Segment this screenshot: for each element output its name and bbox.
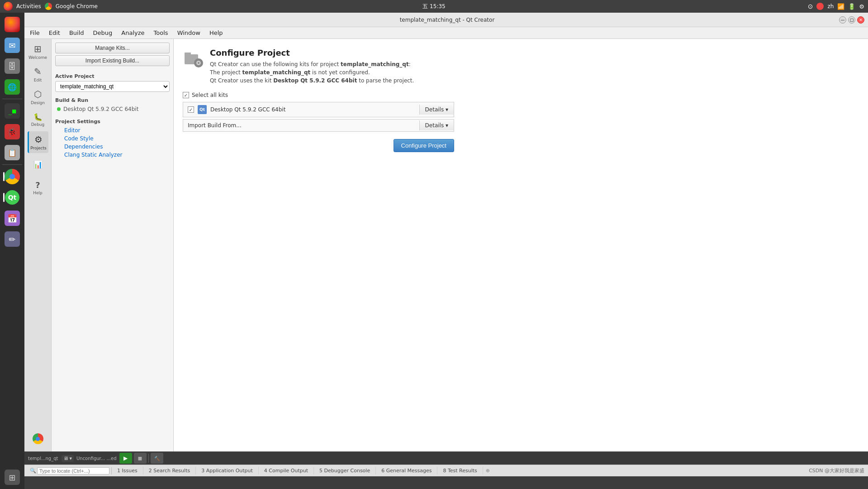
menu-edit[interactable]: Edit bbox=[45, 29, 64, 37]
mode-analyze[interactable]: 📊 bbox=[28, 154, 48, 176]
mode-design[interactable]: ⬡ Design bbox=[28, 86, 48, 108]
projects-app-icon: 📋 bbox=[5, 145, 20, 160]
menu-window[interactable]: Window bbox=[174, 29, 204, 37]
tab-debugger-console[interactable]: 5 Debugger Console bbox=[314, 467, 376, 475]
kit-icon-desktop: Qt bbox=[198, 105, 207, 114]
kit-main-import: Import Build From... bbox=[183, 120, 419, 131]
kit-dropdown-arrow: ▾ bbox=[69, 455, 72, 461]
system-bar-right: ⊙ zh 📶 🔋 ⚙ bbox=[808, 3, 864, 10]
settings-code-style[interactable]: Code Style bbox=[55, 134, 170, 143]
run-button[interactable]: ▶ bbox=[119, 453, 132, 464]
manage-kits-button[interactable]: Manage Kits... bbox=[55, 43, 170, 53]
calendar-app-icon: 📅 bbox=[5, 211, 20, 226]
menu-file[interactable]: File bbox=[26, 29, 43, 37]
chrome-taskbar-icon[interactable] bbox=[45, 3, 52, 10]
terminal-app-icon: _■ bbox=[5, 103, 20, 119]
tab-test-results[interactable]: 8 Test Results bbox=[437, 467, 483, 475]
taskbar-files[interactable]: 🗄 bbox=[2, 56, 22, 76]
taskbar-calendar[interactable]: 📅 bbox=[2, 208, 22, 228]
settings-clang[interactable]: Clang Static Analyzer bbox=[55, 151, 170, 159]
svg-point-4 bbox=[198, 62, 199, 64]
settings-editor[interactable]: Editor bbox=[55, 126, 170, 134]
kit-name-desktop: Desktop Qt 5.9.2 GCC 64bit bbox=[210, 106, 285, 113]
taskbar-texteditor[interactable]: ✏ bbox=[2, 229, 22, 249]
settings-dependencies[interactable]: Dependencies bbox=[55, 143, 170, 151]
desc-project-bold: template_matching_qt bbox=[341, 61, 409, 67]
lang-indicator[interactable]: zh bbox=[827, 3, 834, 10]
configure-desc-line2: The project template_matching_qt is not … bbox=[210, 68, 414, 77]
active-kit-indicator bbox=[57, 107, 61, 111]
run-kit-name: Unconfigur... ...ed bbox=[76, 456, 117, 461]
kit-display-icon: 🖥 bbox=[63, 455, 68, 461]
import-build-button[interactable]: Import Existing Build... bbox=[55, 55, 170, 66]
taskbar-debugger[interactable]: 🐞 bbox=[2, 122, 22, 142]
firefox-app-icon bbox=[5, 17, 20, 32]
more-tabs-button[interactable]: ⊕ bbox=[483, 467, 493, 475]
stop-button[interactable]: ◼ bbox=[134, 453, 147, 464]
qtcreator-app-icon: Qt bbox=[5, 190, 19, 205]
projects-mode-icon: ⚙ bbox=[34, 134, 43, 145]
kit-main-desktop: Qt Desktop Qt 5.9.2 GCC 64bit bbox=[183, 102, 419, 117]
kit-details-button-desktop[interactable]: Details ▾ bbox=[419, 105, 454, 115]
taskbar-qtcreator[interactable]: Qt bbox=[2, 187, 22, 207]
hammer-button[interactable]: 🔨 bbox=[151, 453, 163, 464]
help-mode-label: Help bbox=[33, 191, 43, 195]
select-all-row[interactable]: Select all kits bbox=[183, 92, 859, 98]
chrome-browser-icon: ⊙ bbox=[808, 3, 813, 10]
help-mode-icon: ? bbox=[35, 180, 40, 190]
tab-search-results[interactable]: 2 Search Results bbox=[143, 467, 196, 475]
mode-projects[interactable]: ⚙ Projects bbox=[28, 131, 48, 153]
configure-desc-line3: Qt Creator uses the kit Desktop Qt 5.9.2… bbox=[210, 77, 414, 85]
build-run-item-desktop[interactable]: Desktop Qt 5.9.2 GCC 64bit bbox=[55, 105, 170, 113]
menu-tools[interactable]: Tools bbox=[150, 29, 172, 37]
kit-selector[interactable]: 🖥 ▾ bbox=[62, 455, 74, 462]
taskbar-email[interactable]: ✉ bbox=[2, 35, 22, 55]
taskbar-terminal[interactable]: _■ bbox=[2, 101, 22, 121]
taskbar-show-apps[interactable]: ⊞ bbox=[2, 467, 22, 487]
project-select[interactable]: template_matching_qt bbox=[55, 81, 170, 92]
run-project-name: templ...ng_qt bbox=[26, 456, 60, 461]
analyze-mode-icon: 📊 bbox=[33, 160, 43, 169]
tab-general-messages[interactable]: 6 General Messages bbox=[376, 467, 437, 475]
configure-project-icon bbox=[183, 48, 204, 70]
close-button[interactable]: ✕ bbox=[857, 16, 864, 24]
kit-details-button-import[interactable]: Details ▾ bbox=[419, 120, 454, 130]
select-all-checkbox[interactable] bbox=[183, 92, 189, 98]
taskbar-maps[interactable]: 🌐 bbox=[2, 77, 22, 97]
mode-debug[interactable]: 🐛 Debug bbox=[28, 109, 48, 130]
menu-analyze[interactable]: Analyze bbox=[118, 29, 148, 37]
chrome-app-icon bbox=[5, 169, 20, 184]
mode-help[interactable]: ? Help bbox=[28, 177, 48, 198]
maximize-button[interactable]: □ bbox=[848, 16, 855, 24]
sidebar: Manage Kits... Import Existing Build... … bbox=[52, 39, 174, 451]
mode-bar: ⊞ Welcome ✎ Edit ⬡ Design 🐛 Debug ⚙ P bbox=[24, 39, 52, 451]
kit-checkbox-desktop[interactable] bbox=[188, 106, 194, 113]
texteditor-app-icon: ✏ bbox=[5, 231, 20, 247]
activities-label[interactable]: Activities bbox=[16, 3, 41, 10]
chrome-label: Google Chrome bbox=[56, 3, 98, 10]
menu-help[interactable]: Help bbox=[206, 29, 227, 37]
taskbar-chrome[interactable] bbox=[2, 167, 22, 187]
mode-chrome[interactable] bbox=[28, 428, 48, 450]
minimize-button[interactable]: — bbox=[839, 16, 846, 24]
taskbar-firefox[interactable] bbox=[2, 14, 22, 34]
active-project-label: Active Project bbox=[55, 73, 170, 79]
menu-debug[interactable]: Debug bbox=[90, 29, 116, 37]
find-input[interactable] bbox=[37, 467, 109, 475]
project-settings-label: Project Settings bbox=[55, 119, 170, 125]
find-row: 🔍 bbox=[28, 467, 112, 475]
tab-issues[interactable]: 1 Issues bbox=[112, 467, 143, 475]
firefox-icon[interactable] bbox=[4, 2, 13, 11]
configure-project-button[interactable]: Configure Project bbox=[394, 139, 454, 152]
build-buttons: 🔨 bbox=[151, 453, 163, 464]
tab-compile-output[interactable]: 4 Compile Output bbox=[259, 467, 314, 475]
system-bar-left: Activities Google Chrome bbox=[4, 2, 98, 11]
mode-welcome[interactable]: ⊞ Welcome bbox=[28, 41, 48, 62]
menu-build[interactable]: Build bbox=[66, 29, 88, 37]
mode-edit[interactable]: ✎ Edit bbox=[28, 63, 48, 85]
debug-mode-label: Debug bbox=[31, 122, 45, 127]
settings-icon: ⚙ bbox=[859, 3, 864, 10]
edit-mode-label: Edit bbox=[34, 78, 42, 82]
tab-app-output[interactable]: 3 Application Output bbox=[196, 467, 259, 475]
taskbar-projects[interactable]: 📋 bbox=[2, 143, 22, 163]
